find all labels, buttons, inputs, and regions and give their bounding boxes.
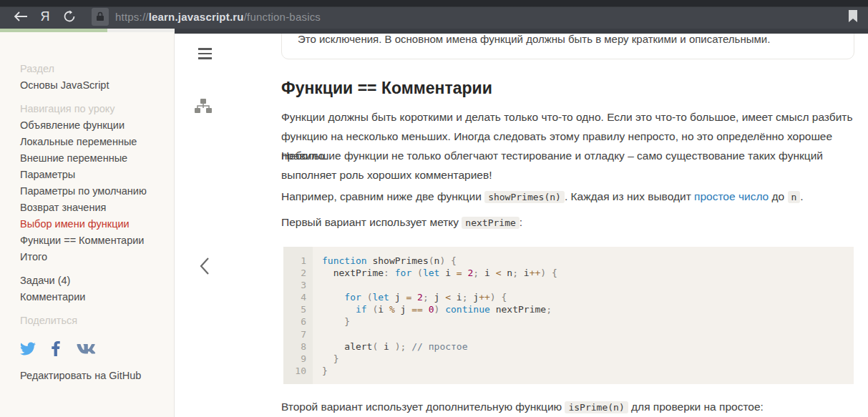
inline-code: isPrime(n)	[565, 401, 628, 413]
page-title: Функции == Комментарии	[281, 79, 855, 98]
paragraph-text: Первый вариант использует метку	[281, 216, 462, 228]
address-bar[interactable]: https://learn.javascript.ru/function-bas…	[92, 8, 842, 26]
paragraph-text: Второй вариант использует дополнительную…	[281, 401, 565, 413]
paragraph-text: :	[520, 216, 522, 228]
sidebar-item[interactable]: Функции == Комментарии	[20, 232, 174, 249]
facebook-icon[interactable]	[52, 341, 60, 356]
page-load-progress	[0, 29, 107, 32]
page-load-progress-track	[107, 29, 175, 32]
edit-on-github-link[interactable]: Редактировать на GitHub	[20, 370, 174, 381]
paragraph: Небольшие функции не только облегчают те…	[281, 146, 855, 185]
refresh-button[interactable]	[57, 6, 82, 26]
url-path: /function-basics	[244, 11, 321, 23]
paragraph: Второй вариант использует дополнительную…	[281, 397, 855, 417]
code-source: function showPrimes(n) { nextPrime: for …	[313, 247, 557, 384]
toolbar-lower-edge	[175, 29, 868, 34]
sidebar-item[interactable]: Локальные переменные	[20, 134, 174, 150]
url-text: https://learn.javascript.ru/function-bas…	[115, 11, 321, 23]
sidebar-item[interactable]: Параметры по умолчанию	[20, 183, 174, 200]
sidebar-item[interactable]: Параметры	[20, 167, 174, 183]
sidebar-item[interactable]: Итого	[20, 249, 174, 265]
yandex-browser-logo[interactable]: Я	[33, 9, 57, 24]
paragraph-text: Например, сравним ниже две функции	[281, 190, 484, 202]
code-line-numbers: 12345678910	[283, 247, 313, 384]
paragraph-text: для проверки на простое:	[628, 401, 764, 413]
sidebar-item[interactable]: Задачи (4)	[20, 273, 174, 289]
share-icons-row	[20, 335, 174, 361]
bookmark-icon[interactable]	[842, 6, 864, 26]
inline-code: n	[788, 191, 801, 203]
url-scheme: https://	[115, 11, 149, 23]
sidebar-item[interactable]: Внешние переменные	[20, 150, 174, 167]
back-button[interactable]	[9, 6, 33, 26]
lock-icon[interactable]	[92, 8, 109, 26]
paragraph-text: Небольшие функции не только облегчают те…	[281, 149, 823, 181]
paragraph: Например, сравним ниже две функции showP…	[281, 187, 855, 207]
url-host: learn.javascript.ru	[149, 11, 244, 23]
sidebar-item[interactable]: Комментарии	[20, 289, 174, 305]
sidebar-item[interactable]: Основы JavaScript	[20, 77, 174, 94]
sidebar-section-heading: Раздел	[20, 61, 174, 77]
sitemap-icon[interactable]	[195, 99, 212, 117]
sidebar-item[interactable]: Возврат значения	[20, 200, 174, 216]
lesson-sidebar: РазделОсновы JavaScriptНавигация по урок…	[0, 32, 175, 417]
sidebar-nav-list: РазделОсновы JavaScriptНавигация по урок…	[20, 61, 174, 329]
inline-code: nextPrime	[462, 217, 519, 229]
sidebar-item[interactable]: Объявление функции	[20, 117, 174, 134]
paragraph-text: . Каждая из них выводит	[565, 190, 694, 202]
twitter-icon[interactable]	[20, 342, 36, 355]
inline-link[interactable]: простое число	[694, 190, 769, 202]
code-example: 12345678910 function showPrimes(n) { nex…	[283, 247, 854, 384]
inline-code: showPrimes(n)	[484, 191, 565, 203]
sidebar-item[interactable]: Выбор имени функции	[20, 216, 174, 232]
sidebar-section-heading: Поделиться	[20, 313, 174, 329]
previous-chevron-icon[interactable]	[199, 257, 210, 278]
note-text: Это исключения. В основном имена функций…	[298, 32, 842, 46]
vk-icon[interactable]	[76, 342, 97, 355]
menu-icon[interactable]	[198, 48, 212, 59]
sidebar-section-heading: Навигация по уроку	[20, 101, 174, 117]
paragraph-text: .	[800, 190, 803, 202]
paragraph: Первый вариант использует метку nextPrim…	[281, 212, 855, 232]
paragraph-text: до	[769, 190, 787, 202]
browser-toolbar: Я https://learn.javascript.ru/function-b…	[0, 0, 868, 29]
